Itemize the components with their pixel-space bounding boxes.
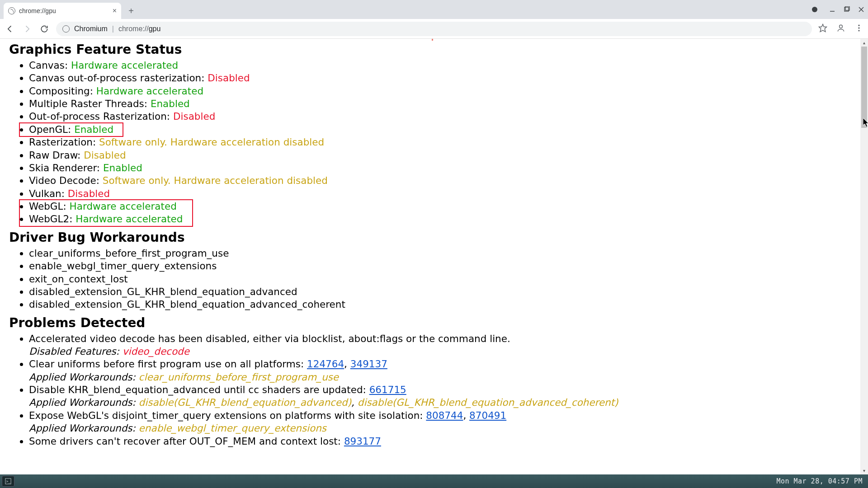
browser-tab[interactable]: chrome://gpu ×: [4, 3, 121, 19]
problem-note-label: Applied Workarounds:: [29, 422, 139, 434]
feature-label: Raw Draw:: [29, 150, 84, 161]
feature-status: Disabled: [173, 111, 215, 122]
bug-link[interactable]: 893177: [344, 436, 381, 447]
workaround-item: disabled_extension_GL_KHR_blend_equation…: [29, 298, 859, 311]
scroll-up-arrow-icon[interactable]: ▴: [860, 39, 868, 47]
tab-title: chrome://gpu: [19, 7, 56, 14]
problem-note-value: clear_uniforms_before_first_program_use: [139, 371, 339, 383]
minimize-button[interactable]: [829, 6, 835, 13]
problem-note-label: Disabled Features:: [29, 346, 123, 357]
feature-status: Enabled: [151, 98, 190, 109]
site-info-icon[interactable]: [62, 25, 70, 33]
feature-status: Hardware accelerated: [70, 201, 177, 212]
feature-item: WebGL2: Hardware accelerated: [29, 213, 859, 225]
svg-text:>_: >_: [6, 479, 11, 483]
feature-label: Vulkan:: [29, 188, 68, 199]
problem-item: Some drivers can't recover after OUT_OF_…: [29, 435, 859, 448]
profile-indicator-icon[interactable]: [812, 7, 817, 12]
feature-label: Rasterization:: [29, 136, 99, 148]
problem-description: Accelerated video decode has been disabl…: [29, 333, 510, 344]
svg-point-7: [858, 24, 859, 26]
problem-item: Accelerated video decode has been disabl…: [29, 333, 859, 358]
feature-status: Enabled: [74, 124, 113, 135]
terminal-launcher-button[interactable]: >_: [2, 476, 14, 487]
url-text: chrome://gpu: [118, 25, 160, 33]
bug-link[interactable]: 349137: [350, 358, 387, 370]
back-button[interactable]: [5, 23, 15, 34]
feature-label: Video Decode:: [29, 175, 103, 186]
profile-avatar-icon[interactable]: [836, 23, 845, 34]
feature-label: WebGL2:: [29, 213, 75, 225]
feature-status: Software only. Hardware acceleration dis…: [103, 175, 328, 186]
address-bar[interactable]: Chromium | chrome://gpu: [56, 22, 812, 36]
heading-driver-bug-workarounds: Driver Bug Workarounds: [9, 230, 859, 246]
feature-item: Skia Renderer: Enabled: [29, 162, 859, 174]
kebab-menu-icon[interactable]: [854, 23, 863, 34]
feature-item: OpenGL: Enabled: [29, 123, 859, 136]
problem-note-label: Applied Workarounds:: [29, 397, 139, 408]
bug-link[interactable]: 661715: [369, 384, 406, 395]
feature-item: Raw Draw: Disabled: [29, 149, 859, 162]
vertical-scrollbar[interactable]: ▴ ▾: [860, 39, 868, 474]
scroll-thumb[interactable]: [861, 47, 867, 128]
bug-link[interactable]: 124764: [307, 358, 344, 370]
feature-label: Skia Renderer:: [29, 162, 103, 174]
feature-label: Out-of-process Rasterization:: [29, 111, 173, 122]
feature-status: Software only. Hardware acceleration dis…: [99, 136, 324, 148]
problem-description: Clear uniforms before first program use …: [29, 358, 307, 370]
close-window-button[interactable]: [858, 6, 864, 13]
problems-list: Accelerated video decode has been disabl…: [9, 333, 859, 448]
feature-item: Rasterization: Software only. Hardware a…: [29, 136, 859, 149]
workaround-list: clear_uniforms_before_first_program_usee…: [9, 247, 859, 311]
bug-link[interactable]: 808744: [426, 410, 463, 421]
problem-item: Disable KHR_blend_equation_advanced unti…: [29, 384, 859, 409]
tab-close-button[interactable]: ×: [113, 7, 117, 14]
problem-note-label: Applied Workarounds:: [29, 371, 139, 383]
problem-note-value: disable(GL_KHR_blend_equation_advanced),…: [139, 397, 618, 408]
feature-status: Hardware accelerated: [96, 85, 203, 97]
feature-label: Multiple Raster Threads:: [29, 98, 151, 109]
problem-note-value: enable_webgl_timer_query_extensions: [139, 422, 326, 434]
forward-button[interactable]: [22, 23, 33, 34]
desktop-taskbar: >_ Mon Mar 28, 04:57 PM: [0, 474, 868, 488]
taskbar-clock[interactable]: Mon Mar 28, 04:57 PM: [776, 477, 863, 485]
feature-status: Enabled: [103, 162, 142, 174]
scroll-down-arrow-icon[interactable]: ▾: [860, 467, 868, 474]
workaround-item: exit_on_context_lost: [29, 273, 859, 286]
feature-label: Compositing:: [29, 85, 96, 97]
svg-point-8: [858, 27, 859, 28]
feature-label: Canvas out-of-process rasterization:: [29, 72, 208, 84]
tab-bar: chrome://gpu × +: [0, 0, 868, 19]
window-controls: [812, 0, 864, 19]
new-tab-button[interactable]: +: [125, 5, 137, 17]
problem-description: Expose WebGL's disjoint_timer_query exte…: [29, 410, 426, 421]
workaround-item: disabled_extension_GL_KHR_blend_equation…: [29, 286, 859, 298]
heading-problems-detected: Problems Detected: [9, 315, 859, 332]
feature-item: Compositing: Hardware accelerated: [29, 85, 859, 98]
feature-item: WebGL: Hardware accelerated: [29, 200, 859, 213]
feature-item: Canvas: Hardware accelerated: [29, 59, 859, 72]
problem-description: Some drivers can't recover after OUT_OF_…: [29, 436, 344, 447]
feature-label: OpenGL:: [29, 124, 74, 135]
feature-status: Disabled: [208, 72, 250, 84]
maximize-button[interactable]: [844, 6, 850, 13]
reload-button[interactable]: [39, 23, 50, 34]
svg-point-9: [858, 30, 859, 31]
bookmark-star-icon[interactable]: [818, 23, 827, 34]
feature-item: Canvas out-of-process rasterization: Dis…: [29, 72, 859, 84]
globe-icon: [8, 7, 15, 14]
feature-status: Disabled: [68, 188, 110, 199]
svg-marker-5: [819, 24, 827, 32]
feature-list: Canvas: Hardware acceleratedCanvas out-o…: [9, 59, 859, 226]
feature-label: Canvas:: [29, 60, 71, 71]
url-origin: Chromium: [74, 25, 108, 33]
stray-mark-icon: [432, 39, 433, 41]
bug-link[interactable]: 870491: [469, 410, 506, 421]
problem-note-value: video_decode: [123, 346, 189, 357]
feature-item: Video Decode: Software only. Hardware ac…: [29, 174, 859, 187]
url-separator: |: [112, 25, 114, 33]
feature-item: Multiple Raster Threads: Enabled: [29, 98, 859, 110]
svg-point-6: [840, 25, 843, 28]
feature-status: Hardware accelerated: [71, 60, 178, 71]
feature-item: Out-of-process Rasterization: Disabled: [29, 110, 859, 123]
